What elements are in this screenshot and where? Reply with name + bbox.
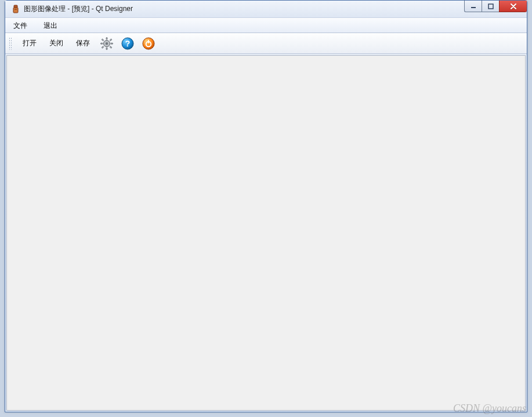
svg-rect-3 <box>471 7 476 8</box>
help-icon[interactable]: ? <box>120 36 135 51</box>
svg-rect-0 <box>14 5 17 8</box>
toolbar-open[interactable]: 打开 <box>19 37 40 50</box>
svg-point-6 <box>106 42 108 44</box>
maximize-button[interactable] <box>482 1 499 12</box>
power-icon[interactable] <box>141 36 156 51</box>
minimize-button[interactable] <box>464 1 482 12</box>
svg-rect-14 <box>110 46 112 48</box>
svg-rect-2 <box>15 9 17 10</box>
svg-rect-1 <box>13 8 18 13</box>
menu-exit[interactable]: 退出 <box>40 19 61 33</box>
toolbar: 打开 关闭 保存 <box>5 33 527 54</box>
close-button[interactable] <box>499 1 527 12</box>
gear-icon[interactable] <box>99 36 114 51</box>
svg-rect-11 <box>102 38 104 41</box>
toolbar-close[interactable]: 关闭 <box>46 37 67 50</box>
client-area <box>6 55 526 411</box>
svg-rect-12 <box>110 38 112 41</box>
svg-rect-7 <box>106 37 107 39</box>
svg-text:?: ? <box>125 39 131 48</box>
window-controls <box>464 1 527 12</box>
svg-rect-4 <box>488 4 493 9</box>
svg-rect-9 <box>101 43 103 44</box>
menubar: 文件 退出 <box>5 18 527 33</box>
svg-rect-19 <box>148 39 149 43</box>
titlebar[interactable]: 图形图像处理 - [预览] - Qt Designer <box>5 1 527 18</box>
menu-file[interactable]: 文件 <box>10 19 31 33</box>
toolbar-grip[interactable] <box>9 37 12 50</box>
svg-rect-10 <box>111 43 113 44</box>
window-title: 图形图像处理 - [预览] - Qt Designer <box>24 4 133 14</box>
svg-rect-8 <box>106 48 107 50</box>
main-window: 图形图像处理 - [预览] - Qt Designer 文件 退出 打开 关闭 … <box>5 0 527 412</box>
svg-point-17 <box>143 38 154 49</box>
toolbar-save[interactable]: 保存 <box>73 37 93 50</box>
app-icon <box>11 5 20 14</box>
svg-rect-13 <box>102 46 104 48</box>
